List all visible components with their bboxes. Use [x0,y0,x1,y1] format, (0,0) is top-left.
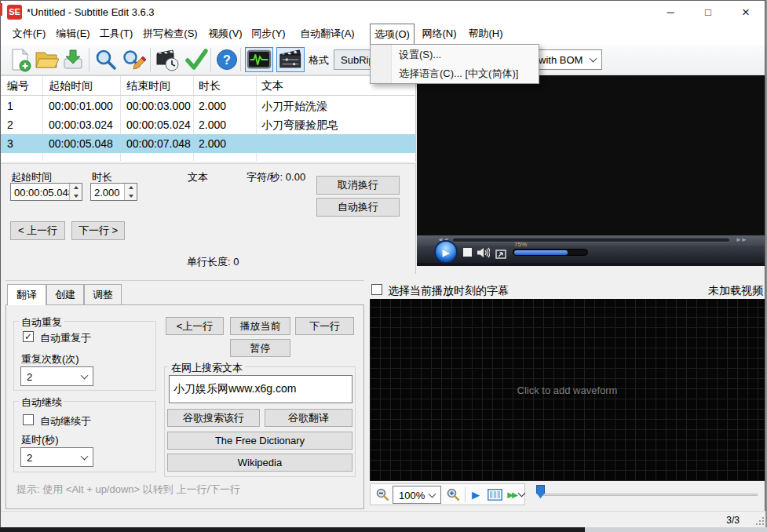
web-search-input[interactable] [169,375,352,403]
menu-item-settings[interactable]: 设置(S)... [371,46,539,64]
tab-adjust[interactable]: 调整 [84,284,122,304]
waveform-play-button[interactable]: ▶ [468,484,484,505]
waveform-toggle-button[interactable] [245,47,273,72]
playback-speed-button[interactable]: ▶▶ [504,484,520,505]
volume-percent-label: 75% [514,241,527,248]
col-duration[interactable]: 时长 [199,76,221,95]
play-button[interactable]: ▶ [434,240,458,264]
play-current-button[interactable]: 播放当前 [230,317,290,335]
menu-help[interactable]: 帮助(H) [464,24,507,44]
table-row-selected[interactable]: 3 00:00:05.048 00:00:07.048 2.000 [1,134,415,153]
free-dictionary-button[interactable]: The Free Dictionary [167,432,352,450]
volume-icon[interactable] [477,247,490,261]
table-row[interactable]: 1 00:00:01.000 00:00:03.000 2.000 小刀开始洗澡 [1,97,415,115]
waveform-area[interactable]: Click to add waveform [370,299,765,481]
replace-button[interactable] [121,47,146,72]
menu-edit[interactable]: 编辑(E) [53,24,93,44]
video-player[interactable]: ◄◄ ►► ▶ 75% [417,75,765,266]
video-bottom-strip [417,263,765,266]
toolbar-separator [150,48,151,71]
menu-bar: 文件(F) 编辑(E) 工具(T) 拼写检查(S) 视频(V) 同步(Y) 自动… [1,24,765,45]
auto-continue-checkbox[interactable] [23,414,34,425]
chevron-down-icon[interactable] [518,484,524,505]
waveform-toolbar: 100% ▶ ▶▶ [370,483,525,505]
checkmark-icon [184,47,209,72]
slider-thumb[interactable] [536,485,545,498]
maximize-button[interactable]: □ [691,1,725,24]
close-button[interactable]: × [727,1,765,24]
duration-stepper[interactable]: 2.000 [90,183,137,201]
col-number[interactable]: 编号 [7,76,29,95]
video-seek-row: ◄◄ ►► [417,235,765,246]
menu-sync[interactable]: 同步(Y) [249,24,288,44]
video-toggle-button[interactable] [276,47,305,72]
auto-break-button[interactable]: 自动换行 [316,198,400,217]
search-icon [93,47,119,72]
video-seek-bar[interactable] [453,239,729,242]
app-window: SE *Untitled - Subtitle Edit 3.6.3 ─ □ ×… [0,0,765,527]
auto-continue-checkbox-label: 自动继续于 [40,414,91,428]
zoom-in-button[interactable] [444,484,462,505]
google-search-button[interactable]: 谷歌搜索该行 [167,409,260,427]
no-video-label: 未加载视频 [708,284,763,298]
cell-end: 00:00:05.024 [126,115,191,134]
col-end[interactable]: 结束时间 [126,76,170,95]
fast-forward-icon[interactable]: ►► [736,236,747,243]
stop-button[interactable] [463,248,472,257]
menu-network[interactable]: 网络(N) [418,24,461,44]
title-bar: SE *Untitled - Subtitle Edit 3.6.3 ─ □ × [1,1,765,24]
toolbar-separator [240,48,241,71]
cell-text: 小刀开始洗澡 [261,97,327,115]
next-line-button[interactable]: 下一行 > [71,221,125,240]
delay-value: 2 [27,451,32,463]
single-line-length-label: 单行长度: 0 [187,255,239,269]
previous-line-button[interactable]: < 上一行 [10,221,65,240]
select-current-subtitle-checkbox[interactable] [371,284,382,295]
table-row[interactable]: 2 00:00:03.024 00:00:05.024 2.000 小刀弯腰捡肥… [1,115,415,134]
delay-select[interactable]: 2 [20,447,93,467]
select-current-subtitle-label: 选择当前播放时刻的字幕 [388,284,509,298]
menu-auto-translate[interactable]: 自动翻译(A) [291,24,363,44]
fullscreen-icon[interactable] [495,248,506,262]
menu-item-choose-language[interactable]: 选择语言(C)... [中文(简体)] [371,64,539,83]
show-video-columns-button[interactable] [485,484,504,505]
auto-repeat-checkbox[interactable]: ✓ [23,331,34,342]
waveform-zoom-combobox[interactable]: 100% [393,486,441,504]
minimize-button[interactable]: ─ [653,1,688,24]
prev-line-button[interactable]: <上一行 [166,317,224,335]
wikipedia-button[interactable]: Wikipedia [167,454,352,472]
spell-check-button[interactable] [184,47,209,72]
save-button[interactable] [60,47,86,72]
tab-create[interactable]: 创建 [46,284,84,304]
resize-grip[interactable] [754,516,764,525]
start-time-stepper[interactable]: 00:00:05.048 [10,183,82,201]
tab-translate[interactable]: 翻译 [7,284,46,305]
next-line-button-2[interactable]: 下一行 [295,317,354,335]
cell-duration: 2.000 [199,97,226,115]
google-translate-button[interactable]: 谷歌翻译 [265,409,352,427]
menu-video[interactable]: 视频(V) [205,24,246,44]
table-header: 编号 起始时间 结束时间 时长 文本 [1,76,415,96]
unbreak-button[interactable]: 取消换行 [316,176,400,195]
menu-options[interactable]: 选项(O) [370,24,415,45]
waveform-icon [246,48,272,71]
web-search-title: 在网上搜索文本 [169,361,245,375]
help-button[interactable]: ? [214,47,239,72]
menu-spellcheck[interactable]: 拼写检查(S) [139,24,202,44]
new-file-button[interactable] [7,47,32,72]
zoom-out-button[interactable] [374,484,391,505]
pause-button[interactable]: 暂停 [230,339,290,357]
spin-down-button[interactable] [70,192,82,201]
visual-sync-button[interactable] [155,47,180,72]
find-button[interactable] [93,47,119,72]
volume-slider[interactable] [513,249,588,256]
open-file-button[interactable] [34,47,59,72]
col-text[interactable]: 文本 [261,76,283,95]
waveform-position-slider[interactable] [542,494,758,496]
text-label: 文本 [188,170,208,184]
menu-file[interactable]: 文件(F) [9,24,49,44]
repeat-count-select[interactable]: 2 [20,366,93,386]
col-start[interactable]: 起始时间 [49,76,93,95]
spin-down-button[interactable] [125,192,137,201]
menu-tools[interactable]: 工具(T) [97,24,136,44]
